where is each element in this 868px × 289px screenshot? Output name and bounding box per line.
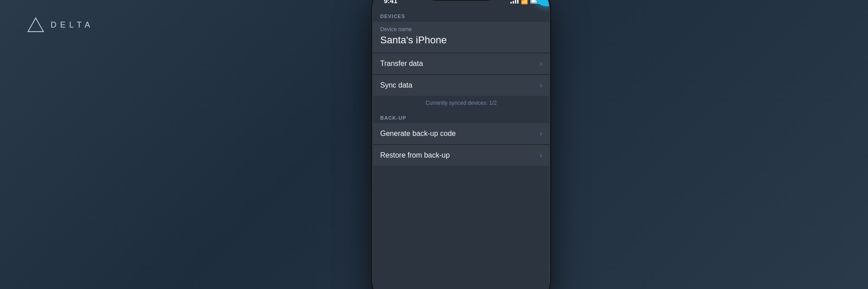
wifi-icon: 📶 <box>521 0 528 5</box>
status-bar: 9:41 📶 <box>373 0 549 8</box>
device-name-item: Device name Santa's iPhone <box>373 22 549 52</box>
sync-info-text: Currently synced devices: 1/2 <box>373 96 549 110</box>
signal-bar-4 <box>517 0 519 4</box>
logo-text: DELTA <box>51 20 94 30</box>
section-header-backup: BACK-UP <box>373 110 549 123</box>
generate-backup-label: Generate back-up code <box>380 130 456 138</box>
delta-logo-icon <box>27 16 44 33</box>
signal-bar-1 <box>510 2 512 4</box>
restore-backup-chevron: › <box>540 151 542 159</box>
section-header-devices: DEVICES <box>373 8 549 22</box>
phone-screen: 9:41 📶 DEVICES <box>373 0 549 289</box>
generate-backup-item[interactable]: Generate back-up code › <box>373 123 549 144</box>
phone-wrapper: 9:41 📶 DEVICES <box>373 0 549 289</box>
signal-bar-3 <box>515 0 516 4</box>
signal-icon <box>510 0 519 4</box>
restore-backup-item[interactable]: Restore from back-up › <box>373 145 549 166</box>
logo-area: DELTA <box>27 16 94 33</box>
phone-mockup: 9:41 📶 DEVICES <box>373 0 549 289</box>
sync-data-label: Sync data <box>380 81 412 89</box>
notch <box>425 0 497 1</box>
device-name-label: Device name <box>380 26 542 33</box>
svg-marker-0 <box>28 18 43 32</box>
sync-data-chevron: › <box>540 81 542 89</box>
sync-data-item[interactable]: Sync data › <box>373 75 549 96</box>
screen-content: DEVICES Device name Santa's iPhone Trans… <box>373 8 549 289</box>
status-time: 9:41 <box>382 0 397 5</box>
signal-bar-2 <box>513 1 514 4</box>
generate-backup-chevron: › <box>540 130 542 138</box>
restore-backup-label: Restore from back-up <box>380 151 450 159</box>
transfer-data-label: Transfer data <box>380 60 423 68</box>
transfer-data-chevron: › <box>540 60 542 68</box>
transfer-data-item[interactable]: Transfer data › <box>373 53 549 74</box>
device-name-value: Santa's iPhone <box>380 34 542 46</box>
